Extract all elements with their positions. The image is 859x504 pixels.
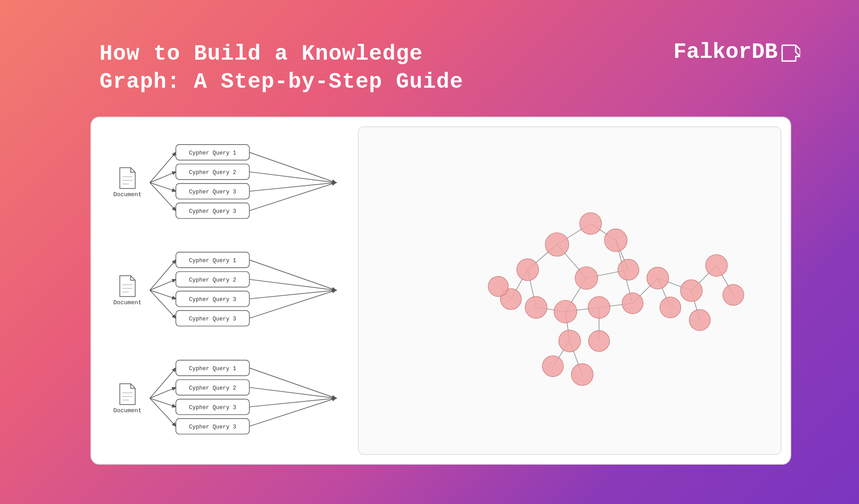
svg-point-111	[689, 309, 710, 330]
main-container: How to Build a Knowledge Graph: A Step-b…	[45, 31, 814, 474]
svg-line-3	[150, 152, 176, 183]
doc-icon-wrap-2: Document	[109, 275, 146, 306]
logo-icon	[778, 41, 800, 63]
svg-line-46	[250, 387, 336, 398]
svg-point-123	[589, 330, 609, 351]
title-line2: Graph: A Step-by-Step Guide	[99, 70, 463, 94]
doc-icon-wrap-3: Document	[109, 383, 146, 414]
svg-point-101	[588, 296, 610, 318]
doc-label-2: Document	[113, 299, 142, 306]
svg-text:Cypher Query 2: Cypher Query 2	[189, 385, 236, 391]
svg-line-7	[250, 152, 336, 183]
logo-area: FalkorDB	[674, 40, 800, 64]
queries-svg-3: Cypher Query 1 Cypher Query 2 Cypher Que…	[146, 349, 345, 448]
doc-group-3: Document C	[109, 349, 345, 448]
title-area: How to Build a Knowledge Graph: A Step-b…	[99, 40, 463, 96]
svg-point-117	[559, 330, 581, 352]
doc-group-2: Document C	[109, 240, 345, 340]
svg-point-103	[622, 292, 643, 313]
graph-panel	[358, 127, 781, 455]
title-line1: How to Build a Knowledge	[99, 42, 423, 66]
svg-point-83	[545, 232, 569, 256]
svg-point-99	[554, 300, 577, 323]
svg-text:Cypher Query 3: Cypher Query 3	[189, 424, 236, 430]
svg-text:Cypher Query 2: Cypher Query 2	[189, 170, 236, 176]
svg-line-42	[150, 387, 176, 398]
document-icon-1	[118, 167, 137, 189]
svg-text:Cypher Query 3: Cypher Query 3	[189, 208, 236, 215]
content-card: Document	[90, 117, 791, 465]
svg-text:Cypher Query 3: Cypher Query 3	[189, 297, 236, 303]
svg-text:Cypher Query 1: Cypher Query 1	[189, 258, 236, 264]
svg-point-119	[543, 355, 563, 376]
document-icon-3	[118, 383, 137, 405]
svg-point-115	[723, 284, 744, 305]
svg-point-105	[647, 267, 669, 289]
doc-label-3: Document	[113, 407, 142, 414]
svg-text:Cypher Query 2: Cypher Query 2	[189, 277, 236, 283]
doc-group-1: Document	[109, 133, 345, 232]
svg-text:Cypher Query 1: Cypher Query 1	[189, 150, 236, 156]
svg-text:Cypher Query 3: Cypher Query 3	[189, 189, 236, 195]
svg-line-4	[150, 172, 176, 183]
svg-line-27	[250, 280, 336, 291]
doc-label-1: Document	[113, 191, 142, 198]
svg-point-85	[580, 212, 601, 234]
svg-line-45	[250, 368, 336, 398]
svg-line-41	[150, 368, 176, 398]
svg-line-8	[250, 172, 336, 183]
svg-point-93	[517, 259, 538, 280]
svg-point-97	[525, 296, 547, 318]
svg-point-89	[618, 259, 639, 280]
document-icon-2	[118, 275, 137, 297]
svg-point-125	[488, 276, 509, 297]
left-panel: Document	[91, 118, 354, 464]
knowledge-graph	[359, 127, 781, 454]
svg-line-23	[150, 280, 176, 291]
svg-point-87	[604, 229, 627, 251]
svg-line-26	[250, 260, 336, 291]
queries-svg-1: Cypher Query 1 Cypher Query 2 Cypher Que…	[146, 133, 345, 232]
logo-text: FalkorDB	[674, 40, 778, 64]
svg-text:Cypher Query 3: Cypher Query 3	[189, 405, 236, 411]
page-title: How to Build a Knowledge Graph: A Step-b…	[99, 40, 463, 96]
svg-point-121	[571, 363, 593, 385]
svg-line-22	[150, 260, 176, 291]
svg-text:Cypher Query 1: Cypher Query 1	[189, 366, 236, 372]
queries-svg-2: Cypher Query 1 Cypher Query 2 Cypher Que…	[146, 240, 345, 340]
svg-point-109	[680, 279, 702, 301]
svg-point-91	[575, 267, 598, 289]
svg-text:Cypher Query 3: Cypher Query 3	[189, 316, 236, 322]
svg-point-113	[706, 254, 727, 276]
doc-icon-wrap-1: Document	[109, 167, 146, 198]
svg-point-107	[660, 297, 681, 317]
